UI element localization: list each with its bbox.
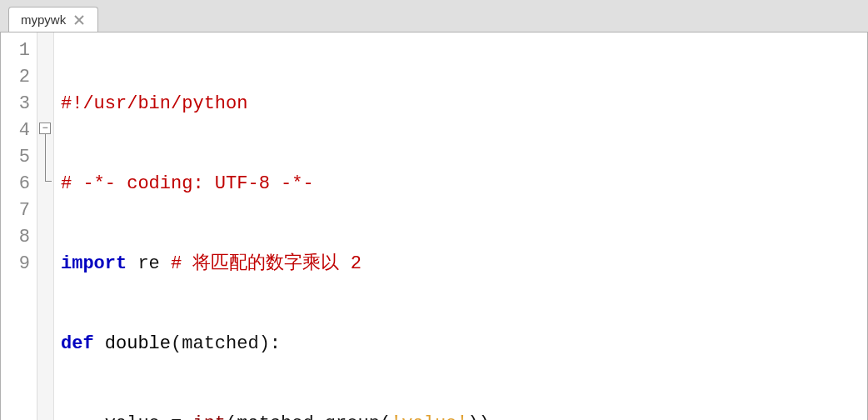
keyword-import: import [61,253,127,274]
keyword-def: def [61,333,94,354]
indent [61,413,105,420]
shebang-comment: #!/usr/bin/python [61,93,247,114]
line-number: 6 [4,171,30,198]
close-icon[interactable] [72,13,86,27]
call-close: )) [468,413,490,420]
tab-mypywk[interactable]: mypywk [8,7,98,32]
editor-container: mypywk 1 2 3 4 5 6 7 8 9 − [0,0,868,420]
code-line-3: import re # 将匹配的数字乘以 2 [61,251,861,278]
line-number: 1 [4,38,30,64]
module-name: re [127,253,171,274]
line-number: 5 [4,144,30,171]
function-name: double [94,333,171,354]
line-number-gutter: 1 2 3 4 5 6 7 8 9 [1,32,37,420]
code-line-1: #!/usr/bin/python [61,91,861,118]
tab-label: mypywk [21,12,66,27]
string-literal: 'value' [391,413,467,420]
tab-bar: mypywk [0,0,868,32]
fold-gutter: − [37,32,54,420]
inline-comment: # 将匹配的数字乘以 2 [171,253,362,274]
assignment: value = [105,413,193,420]
line-number: 3 [4,91,30,118]
code-line-4: def double(matched): [61,331,861,358]
line-number: 9 [4,251,30,278]
function-signature: (matched): [171,333,281,354]
line-number: 4 [4,118,30,144]
line-number: 8 [4,224,30,251]
coding-comment: # -*- coding: UTF-8 -*- [61,173,314,194]
fold-collapse-icon[interactable]: − [39,122,51,134]
editor-body: 1 2 3 4 5 6 7 8 9 − #!/usr/bin/python # … [0,32,868,420]
call-open: (matched.group( [226,413,391,420]
code-line-2: # -*- coding: UTF-8 -*- [61,171,861,198]
builtin-int: int [192,413,226,420]
fold-end [45,181,52,182]
fold-line [45,134,46,181]
line-number: 2 [4,64,30,91]
code-area[interactable]: #!/usr/bin/python # -*- coding: UTF-8 -*… [54,32,867,420]
code-line-5: value = int(matched.group('value')) [61,411,861,420]
line-number: 7 [4,198,30,224]
